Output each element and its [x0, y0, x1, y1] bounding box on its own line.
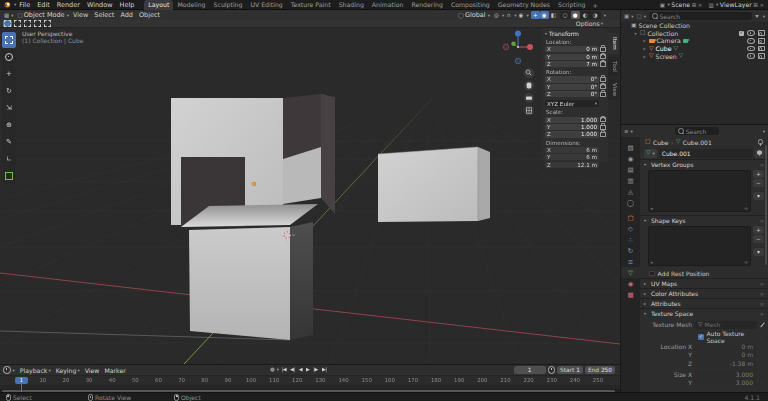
texture-space-panel-header[interactable]: ▾Texture Space≡ — [640, 308, 768, 318]
properties-tab-texture[interactable]: ▩ — [621, 289, 640, 300]
extend-selection-button[interactable] — [13, 20, 22, 27]
snap-magnet-toggle[interactable]: ∩ — [504, 11, 513, 19]
exclude-checkbox-icon[interactable] — [739, 31, 744, 36]
show-overlays-toggle[interactable]: ◉ — [540, 11, 549, 19]
list-filter-icon[interactable]: ≡ — [744, 206, 748, 211]
playhead-marker[interactable]: 1 — [15, 377, 28, 385]
n-panel-tab-view[interactable]: View — [608, 79, 619, 100]
properties-tab-modifiers[interactable]: ◇ — [621, 223, 640, 234]
viewport-menu-add[interactable]: Add — [120, 11, 133, 19]
properties-search-input[interactable]: Search — [675, 127, 719, 135]
editor-type-button[interactable]: ▦▾ — [4, 12, 13, 18]
workspace-tab-texture-paint[interactable]: Texture Paint — [287, 0, 335, 10]
mode-label[interactable]: Object Mode — [24, 11, 65, 19]
workspace-tab-layout[interactable]: Layout — [144, 0, 173, 10]
add-rest-position-checkbox[interactable] — [649, 271, 655, 277]
next-keyframe-button[interactable]: |▶ — [312, 366, 320, 372]
list-filter-icon[interactable]: ≡ — [744, 260, 748, 265]
properties-tab-object-data[interactable]: ▽ — [621, 267, 640, 278]
animate-dot[interactable]: · — [759, 371, 765, 377]
eyedropper-icon[interactable] — [760, 322, 765, 328]
field-value[interactable]: -1.38 m — [695, 360, 756, 367]
outliner-search-input[interactable]: Search — [649, 12, 752, 20]
data-name-field[interactable]: Cube.001 — [659, 149, 753, 158]
dimensions-y-field[interactable]: Y6 m — [545, 154, 599, 160]
scale-y-field[interactable]: Y1.000 — [545, 124, 599, 130]
shape-keys-panel-header[interactable]: ▾Shape Keys≡ — [640, 215, 768, 225]
current-frame-field[interactable]: 1 — [514, 366, 546, 374]
menu-window[interactable]: Window — [87, 1, 113, 9]
rotation-y-field[interactable]: Y0° — [545, 84, 599, 90]
3d-viewport[interactable]: User Perspective (1) Collection | Cube +… — [0, 28, 620, 364]
viewport-menu-object[interactable]: Object — [139, 11, 160, 19]
timeline-ruler[interactable]: 1102030405060708090100110120130140150160… — [0, 375, 620, 385]
workspace-tab-shading[interactable]: Shading — [335, 0, 368, 10]
workspace-tab-uv-editing[interactable]: UV Editing — [246, 0, 286, 10]
timeline-menu-marker[interactable]: Marker — [104, 367, 125, 374]
workspace-tab-geometry-nodes[interactable]: Geometry Nodes — [494, 0, 554, 10]
properties-options-icon[interactable]: ▾ — [763, 129, 765, 134]
new-selection-button[interactable] — [3, 20, 12, 27]
menu-file[interactable]: File — [19, 1, 30, 9]
viewport-scene[interactable] — [0, 28, 620, 364]
add-item-button[interactable]: + — [753, 226, 764, 234]
workspace-tab-modeling[interactable]: Modeling — [173, 0, 209, 10]
disable-in-renders-icon[interactable] — [758, 30, 766, 36]
shading-rendered-button[interactable]: ◑ — [591, 11, 600, 19]
previous-keyframe-button[interactable]: ◀| — [289, 366, 297, 372]
properties-tab-material[interactable]: ◉ — [621, 278, 640, 289]
hide-in-viewport-icon[interactable] — [747, 53, 755, 59]
outliner-item-label[interactable]: Screen — [655, 53, 676, 60]
properties-tab-object[interactable]: ▢ — [621, 212, 640, 223]
jump-to-start-button[interactable]: |◀ — [280, 366, 288, 372]
properties-tab-world[interactable]: ◯ — [621, 197, 640, 208]
workspace-tab-animation[interactable]: Animation — [368, 0, 408, 10]
texture-mesh-field[interactable]: ▽Mesh — [695, 321, 757, 329]
breadcrumb-data[interactable]: Cube.001 — [683, 139, 712, 146]
menu-render[interactable]: Render — [57, 1, 80, 9]
lock-icon[interactable] — [600, 92, 606, 97]
timeline-editor-type-button[interactable]: ▾ — [3, 366, 15, 374]
lock-icon[interactable] — [600, 54, 606, 59]
cursor-tool-button[interactable] — [2, 49, 16, 65]
remove-item-button[interactable]: − — [753, 179, 764, 187]
viewport-menu-view[interactable]: View — [73, 11, 88, 19]
hide-in-viewport-icon[interactable] — [747, 46, 755, 52]
data-type-button[interactable]: ▽ ▾ — [644, 149, 657, 158]
dimensions-x-field[interactable]: X6 m — [545, 147, 599, 153]
shading-dropdown-icon[interactable]: ▾ — [604, 13, 606, 18]
hide-in-viewport-icon[interactable] — [747, 38, 755, 44]
properties-scrollbar[interactable] — [765, 145, 767, 265]
shading-wireframe-button[interactable]: ○ — [561, 11, 570, 19]
scene-name[interactable]: Scene — [671, 1, 690, 8]
auto-keying-icon[interactable]: ● — [270, 366, 275, 372]
hide-in-viewport-icon[interactable] — [747, 30, 755, 36]
n-panel-tab-tool[interactable]: Tool — [608, 57, 619, 76]
shading-solid-button[interactable]: ● — [571, 11, 580, 19]
end-frame-field[interactable]: End 250 — [585, 366, 615, 374]
properties-tab-particles[interactable]: ∴ — [621, 234, 640, 245]
rotation-x-field[interactable]: X0° — [545, 76, 599, 82]
list-expand-icon[interactable]: ▸ — [651, 260, 653, 265]
disclosure-icon[interactable]: ▸ — [642, 46, 647, 51]
measure-tool-button[interactable]: ∟ — [2, 151, 16, 167]
workspace-tab-sculpting[interactable]: Sculpting — [210, 0, 247, 10]
proportional-editing-toggle[interactable]: ◉ — [516, 11, 525, 19]
play-button[interactable]: ▶ — [305, 366, 311, 372]
annotate-tool-button[interactable]: ✎ — [2, 134, 16, 150]
breadcrumb-object[interactable]: Cube — [653, 139, 669, 146]
list-expand-icon[interactable]: ▸ — [651, 206, 653, 211]
color-attributes-panel-header[interactable]: ▸Color Attributes≡ — [640, 288, 768, 298]
add-cube-tool-button[interactable] — [2, 168, 16, 184]
animate-dot[interactable]: · — [759, 360, 765, 366]
orientation-label[interactable]: Global — [465, 11, 486, 19]
add-item-button[interactable]: + — [753, 170, 764, 178]
lock-icon[interactable] — [600, 47, 606, 52]
menu-edit[interactable]: Edit — [37, 1, 50, 9]
outliner-editor-type-button[interactable]: ▣▾ — [624, 13, 633, 19]
outliner-item-label[interactable]: Collection — [647, 30, 678, 37]
jump-to-end-button[interactable]: ▶| — [320, 366, 328, 372]
lock-icon[interactable] — [600, 125, 606, 130]
scale-x-field[interactable]: X1.000 — [545, 117, 599, 123]
location-x-field[interactable]: X0 m — [545, 46, 599, 52]
